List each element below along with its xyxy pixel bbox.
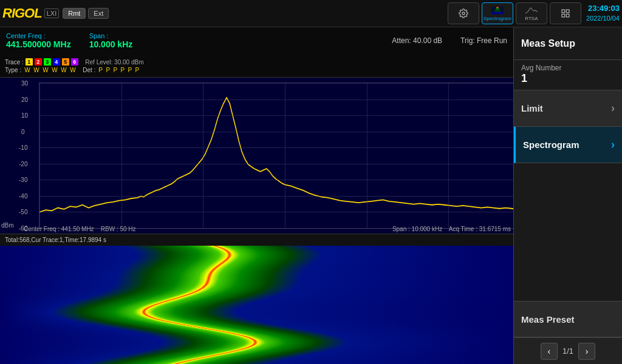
page-indicator: 1/1 (562, 346, 573, 356)
rtsa-btn-label: RTSA (525, 16, 538, 21)
span-group: Span : 10.000 kHz (89, 32, 133, 49)
svg-rect-5 (496, 7, 499, 8)
center-freq-bottom: Center Freq : 441.50 MHz (24, 226, 94, 232)
rtsa-icon-btn[interactable]: RTSA (516, 2, 547, 24)
center-freq-group: Center Freq : 441.500000 MHz (6, 32, 71, 49)
det-label: Det : (83, 67, 95, 73)
y-label-n20: -20 (19, 160, 27, 167)
spectrum-trace (39, 83, 513, 228)
grid-h-6 (39, 180, 513, 180)
trace-3: 3 (44, 58, 51, 66)
atten-label: Atten: 40.00 dB (392, 36, 442, 45)
avg-number-label: Avg Number (521, 64, 561, 72)
grid-v-3 (285, 83, 285, 228)
meas-setup-header: Meas Setup (514, 27, 622, 60)
type-values: W W W W W W (24, 67, 75, 73)
meas-preset-label: Meas Preset (521, 314, 575, 325)
trace-type-row: Trace : 1 2 3 4 5 6 Ref Level: 30.00 dBm (5, 58, 508, 66)
spectrum-area: dBm 30 (0, 78, 513, 234)
type-label: Type : (5, 67, 21, 73)
trace-6: 6 (71, 58, 78, 66)
svg-point-0 (462, 12, 465, 15)
top-bar: RIGOL LXI Rmt Ext Spectrogram (0, 0, 622, 27)
spectrogram-canvas (0, 246, 513, 364)
left-panel: Center Freq : 441.500000 MHz Span : 10.0… (0, 27, 513, 364)
meas-preset-button[interactable]: Meas Preset (514, 301, 622, 337)
ext-button[interactable]: Ext (88, 8, 109, 19)
grid-h-5 (39, 164, 513, 164)
acq-time-label: Acq Time : 31.6715 ms (449, 226, 511, 232)
spectrogram-btn-label: Spectrogram (484, 16, 511, 21)
lxi-badge: LXI (44, 8, 60, 18)
spectrogram-chevron-icon: › (611, 138, 615, 151)
pagination: ‹ 1/1 › (514, 337, 622, 364)
grid-v-4 (367, 83, 367, 228)
trace-row: Trace : 1 2 3 4 5 6 Ref Level: 30.00 dBm… (0, 54, 513, 78)
trace-5: 5 (62, 58, 69, 66)
prev-page-button[interactable]: ‹ (541, 343, 558, 360)
y-label-30: 30 (21, 80, 28, 87)
det-values: P P P P P P (98, 67, 139, 73)
top-icon-group: Spectrogram RTSA (448, 2, 581, 24)
clock-date: 2022/10/04 (586, 14, 620, 22)
main-layout: Center Freq : 441.500000 MHz Span : 10.0… (0, 27, 622, 364)
next-page-button[interactable]: › (578, 343, 595, 360)
grid-h-4 (39, 147, 513, 148)
rbw-label: RBW : 50 Hz (101, 226, 136, 232)
grid-h-1 (39, 99, 513, 100)
chart-wrapper: 30 20 10 0 -10 -20 -30 -40 -50 -60 (39, 83, 513, 229)
layout-icon-btn[interactable] (550, 2, 581, 24)
grid-v-2 (203, 83, 203, 228)
center-freq-value: 441.500000 MHz (6, 39, 71, 49)
y-label-20: 20 (21, 96, 28, 103)
spectrogram-status-text: Total:568,Cur Trace:1,Time:17.9894 s (5, 237, 106, 243)
atten-trig-row: Atten: 40.00 dB Trig: Free Run (392, 36, 507, 45)
limit-chevron-icon: › (611, 102, 615, 115)
grid-h-0 (39, 83, 513, 84)
svg-rect-4 (496, 8, 499, 10)
spectrogram-button[interactable]: Spectrogram › (514, 127, 622, 163)
spectrogram-area (0, 246, 513, 364)
limit-label: Limit (521, 103, 543, 113)
trace-4: 4 (53, 58, 60, 66)
y-label-10: 10 (21, 112, 28, 119)
grid-v-5 (448, 83, 449, 228)
clock-time: 23:49:03 (586, 4, 620, 14)
grid-h-2 (39, 115, 513, 116)
trace-1: 1 (26, 58, 33, 66)
svg-rect-3 (494, 10, 501, 12)
avg-number-section: Avg Number 1 (514, 60, 622, 90)
y-label-n50: -50 (19, 209, 27, 215)
svg-rect-2 (491, 12, 504, 15)
freq-row: Center Freq : 441.500000 MHz Span : 10.0… (0, 27, 513, 54)
y-label-n40: -40 (19, 192, 27, 199)
span-value: 10.000 kHz (89, 39, 133, 49)
y-label-0: 0 (21, 128, 25, 135)
grid-h-8 (39, 212, 513, 212)
svg-rect-9 (566, 14, 569, 17)
grid-h-7 (39, 196, 513, 197)
right-panel: Meas Setup Avg Number 1 Limit › Spectrog… (513, 27, 622, 364)
grid-v-0 (39, 83, 40, 228)
bottom-left-info: Center Freq : 441.50 MHz RBW : 50 Hz (24, 226, 136, 232)
spectrogram-label: Spectrogram (523, 140, 579, 150)
svg-rect-6 (562, 10, 565, 13)
dbm-label: dBm (1, 222, 14, 229)
rmt-button[interactable]: Rmt (63, 8, 86, 19)
info-rows: Center Freq : 441.500000 MHz Span : 10.0… (0, 27, 513, 78)
avg-number-value: 1 (521, 72, 527, 85)
limit-button[interactable]: Limit › (514, 90, 622, 127)
right-panel-spacer (514, 163, 622, 301)
bottom-right-info: Span : 10.000 kHz Acq Time : 31.6715 ms (392, 226, 511, 232)
svg-rect-7 (566, 10, 569, 13)
trace-label: Trace : (5, 59, 24, 66)
settings-icon-btn[interactable] (448, 2, 479, 24)
clock-display: 23:49:03 2022/10/04 (586, 4, 620, 22)
span-bottom: Span : 10.000 kHz (392, 226, 442, 232)
spectrogram-icon-btn[interactable]: Spectrogram (482, 2, 513, 24)
span-label: Span : (89, 32, 109, 39)
grid-v-1 (121, 83, 122, 228)
y-label-n10: -10 (19, 144, 27, 151)
rigol-logo: RIGOL (2, 5, 42, 21)
grid-h-3 (39, 132, 513, 132)
